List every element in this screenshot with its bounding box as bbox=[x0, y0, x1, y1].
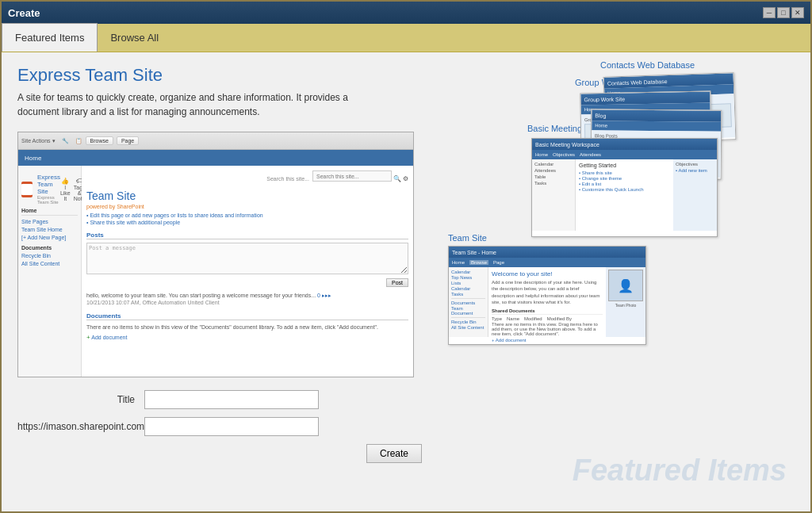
sp-page-btn[interactable]: Page bbox=[117, 136, 139, 145]
sp-edit-link[interactable]: • Edit this page or add new pages or lis… bbox=[86, 212, 408, 218]
team-photo: 👤 Team Photo bbox=[606, 267, 645, 337]
minimize-button[interactable]: ─ bbox=[763, 7, 776, 18]
sp-main-content: Search this site... 🔍 ⚙ Team Site powere… bbox=[82, 166, 413, 377]
sp-main-title: Team Site bbox=[86, 190, 408, 202]
sp-add-doc-link[interactable]: + Add document bbox=[86, 334, 408, 341]
sp-team-home[interactable]: Team Site Home bbox=[21, 227, 78, 232]
sp-express-team: Express Team Site bbox=[37, 174, 60, 195]
sp-home-link[interactable]: Home bbox=[21, 208, 78, 216]
url-label: https://imason.sharepoint.com/UE.../ bbox=[17, 421, 144, 432]
sp-content: Express Team Site Express Team Site 👍 I … bbox=[18, 166, 413, 377]
team-site-label[interactable]: Team Site bbox=[448, 233, 487, 243]
tab-bar: Featured Items Browse All bbox=[2, 24, 810, 52]
sp-sidebar: Express Team Site Express Team Site 👍 I … bbox=[18, 166, 82, 377]
sp-post-btn[interactable]: Post bbox=[386, 278, 408, 287]
form-actions: Create bbox=[17, 444, 422, 463]
sp-logo-inner bbox=[21, 184, 33, 195]
sp-browse-btn[interactable]: Browse bbox=[86, 136, 113, 145]
sp-search-row: Search this site... 🔍 ⚙ bbox=[86, 170, 408, 186]
sp-site-header: Express Team Site Express Team Site 👍 I … bbox=[21, 174, 78, 205]
sp-docs-text: There are no items to show in this view … bbox=[86, 323, 408, 331]
team-title-bar: Team Site - Home bbox=[449, 247, 645, 258]
sp-settings-icon[interactable]: ⚙ bbox=[403, 175, 408, 182]
sp-docs-title: Documents bbox=[86, 312, 408, 320]
title-form-row: Title bbox=[17, 390, 422, 409]
right-panel: Contacts Web Database Contacts Web Datab… bbox=[438, 52, 810, 511]
sp-post-text: hello, welcome to your team site. You ca… bbox=[86, 292, 408, 306]
title-bar: Create ─ □ ✕ bbox=[2, 2, 810, 24]
form-area: Title https://imason.sharepoint.com/UE..… bbox=[17, 377, 422, 476]
meeting-main: Getting Started • Share this site • Chan… bbox=[576, 159, 673, 231]
sp-nav: Home bbox=[18, 150, 413, 166]
sp-share-link[interactable]: • Share this site with additional people bbox=[86, 220, 408, 225]
sp-sidebar-nav: Site Pages Team Site Home [+ Add New Pag… bbox=[21, 219, 78, 240]
sp-add-icon: + bbox=[86, 334, 90, 341]
basic-meeting-thumb[interactable]: Basic Meeting Workspace Home Objectives … bbox=[531, 138, 718, 237]
sp-post-textbox[interactable]: Post a message bbox=[86, 243, 408, 274]
sp-recycle[interactable]: Recycle Bin bbox=[21, 253, 78, 258]
content-area: Express Team Site A site for teams to qu… bbox=[2, 52, 810, 511]
tab-browse-all[interactable]: Browse All bbox=[98, 23, 171, 52]
sp-powered-by: powered by SharePoint bbox=[86, 204, 408, 209]
sp-search-label: Search this site... bbox=[86, 176, 309, 182]
meeting-nav: Home Objectives Attendees bbox=[532, 150, 717, 159]
team-site-thumb[interactable]: Team Site - Home Home Browse Page Calend… bbox=[448, 246, 646, 345]
url-input[interactable] bbox=[144, 417, 319, 436]
create-button[interactable]: Create bbox=[366, 444, 422, 463]
team-body: Calendar Top News Lists Calendar Tasks D… bbox=[449, 267, 645, 337]
meeting-body: Calendar Attendees Table Tasks Getting S… bbox=[532, 159, 717, 231]
sp-like-btn[interactable]: 👍 I Like It bbox=[60, 178, 71, 201]
main-window: Create ─ □ ✕ Featured Items Browse All E… bbox=[0, 0, 812, 513]
sp-site-pages[interactable]: Site Pages bbox=[21, 219, 78, 224]
team-sidebar: Calendar Top News Lists Calendar Tasks D… bbox=[449, 267, 488, 337]
contacts-label[interactable]: Contacts Web Database bbox=[600, 60, 695, 70]
title-label: Title bbox=[17, 394, 144, 405]
url-form-row: https://imason.sharepoint.com/UE.../ bbox=[17, 417, 422, 436]
blog-title-bar: Blog bbox=[592, 109, 721, 121]
sp-add-page[interactable]: [+ Add New Page] bbox=[21, 235, 78, 240]
site-title: Express Team Site bbox=[17, 65, 422, 86]
window-title: Create bbox=[8, 7, 40, 19]
site-preview: Site Actions ▾ 🔧 📋 Browse Page Home bbox=[17, 132, 414, 377]
thumbnails-area: Contacts Web Database Contacts Web Datab… bbox=[446, 60, 802, 503]
sp-all-content[interactable]: All Site Content bbox=[21, 261, 78, 266]
sp-site-sub: Express Team Site bbox=[37, 195, 60, 205]
featured-watermark: Featured Items bbox=[573, 454, 787, 488]
tab-featured-items[interactable]: Featured Items bbox=[2, 23, 98, 52]
restore-button[interactable]: □ bbox=[777, 7, 790, 18]
sp-site-info: Express Team Site Express Team Site bbox=[37, 174, 60, 205]
sp-search-input[interactable] bbox=[312, 170, 392, 182]
site-description: A site for teams to quickly create, orga… bbox=[17, 90, 382, 119]
team-nav: Home Browse Page bbox=[449, 258, 645, 267]
meeting-sidebar: Calendar Attendees Table Tasks bbox=[532, 159, 576, 231]
sp-toolbar: Site Actions ▾ 🔧 📋 Browse Page bbox=[18, 132, 413, 150]
left-panel: Express Team Site A site for teams to qu… bbox=[2, 52, 438, 511]
title-input[interactable] bbox=[144, 390, 319, 409]
sp-nav-home: Home bbox=[25, 155, 41, 162]
sp-more-link[interactable]: 0 ▸▸▸ bbox=[317, 293, 331, 298]
sp-posts-title: Posts bbox=[86, 232, 408, 239]
sp-logo bbox=[21, 182, 33, 197]
meeting-title-bar: Basic Meeting Workspace bbox=[532, 139, 717, 150]
window-controls: ─ □ ✕ bbox=[763, 7, 804, 18]
team-main: Welcome to your site! Add a one line des… bbox=[488, 267, 606, 337]
sp-docs-header: Documents bbox=[21, 245, 78, 251]
close-button[interactable]: ✕ bbox=[791, 7, 804, 18]
meeting-right: Objectives • Add new item bbox=[673, 159, 717, 231]
sp-search-icon[interactable]: 🔍 bbox=[393, 175, 401, 182]
